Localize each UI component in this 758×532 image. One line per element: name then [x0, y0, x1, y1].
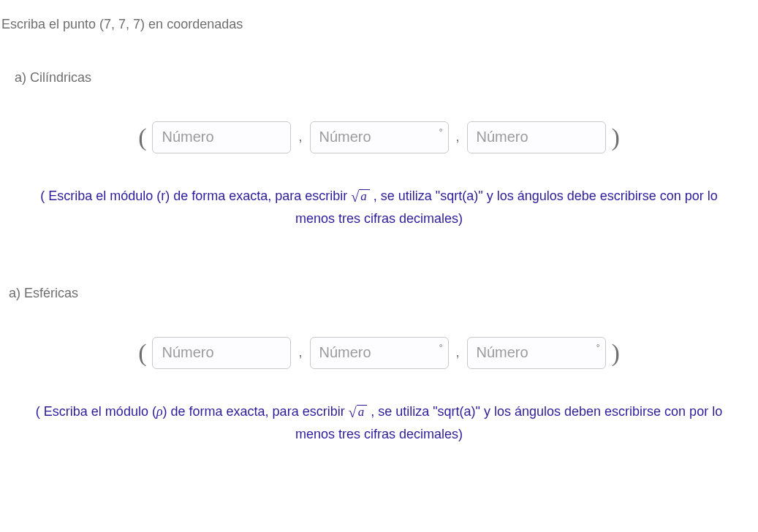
cylindrical-entry-row: ( , ° , ) — [1, 118, 757, 156]
spherical-rho-input[interactable] — [152, 337, 291, 369]
cylindrical-z-input[interactable] — [467, 121, 606, 153]
degree-symbol: ° — [596, 341, 600, 354]
cylindrical-hint: ( Escriba el módulo (r) de forma exacta,… — [29, 185, 730, 229]
comma: , — [455, 343, 461, 362]
cylindrical-r-input[interactable] — [152, 121, 291, 153]
sqrt-icon: √a — [351, 189, 369, 204]
comma: , — [297, 343, 303, 362]
degree-symbol: ° — [439, 126, 443, 139]
spherical-phi-input[interactable] — [467, 337, 606, 369]
comma: , — [297, 127, 303, 147]
question-prompt: Escriba el punto (7, 7, 7) en coordenada… — [1, 15, 757, 34]
cylindrical-theta-input[interactable] — [310, 121, 449, 153]
open-paren: ( — [138, 118, 146, 156]
open-paren: ( — [138, 334, 146, 371]
spherical-entry-row: ( , ° , ° ) — [1, 334, 757, 371]
spherical-theta-input[interactable] — [310, 337, 449, 369]
sqrt-icon: √a — [349, 405, 367, 419]
degree-symbol: ° — [439, 341, 443, 354]
spherical-hint: ( Escriba el módulo (ρ) de forma exacta,… — [29, 400, 730, 445]
comma: , — [455, 127, 461, 147]
close-paren: ) — [612, 334, 620, 371]
close-paren: ) — [612, 118, 620, 156]
part-a-label: a) Cilíndricas — [15, 68, 757, 88]
part-b-label: a) Esféricas — [9, 284, 757, 303]
